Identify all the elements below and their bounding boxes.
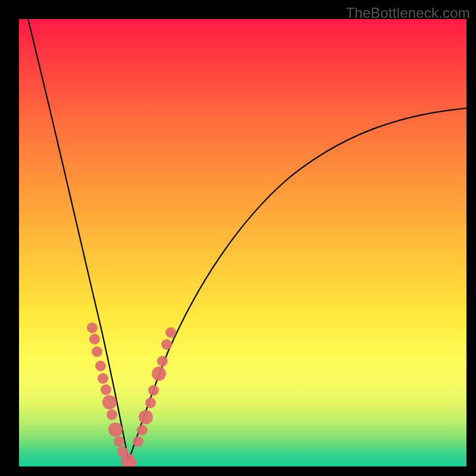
svg-point-15 — [139, 410, 153, 424]
plot-area — [19, 19, 466, 466]
svg-point-17 — [148, 385, 159, 396]
svg-point-19 — [157, 356, 168, 367]
svg-point-6 — [102, 395, 117, 409]
svg-point-0 — [87, 322, 98, 333]
svg-point-3 — [95, 361, 106, 371]
svg-point-21 — [165, 327, 176, 338]
svg-point-13 — [133, 436, 143, 447]
watermark-text: TheBottleneck.com — [346, 5, 470, 21]
svg-point-18 — [152, 367, 166, 381]
bottleneck-curve-right — [129, 108, 466, 461]
svg-point-16 — [145, 397, 156, 408]
svg-point-9 — [114, 436, 124, 447]
svg-point-7 — [107, 409, 117, 420]
svg-point-20 — [161, 339, 172, 350]
bottleneck-curve-left — [28, 19, 129, 461]
curve-markers-left — [87, 322, 137, 466]
svg-point-14 — [137, 425, 148, 436]
chart-root: TheBottleneck.com — [0, 0, 476, 476]
svg-point-8 — [108, 422, 123, 437]
svg-point-2 — [92, 346, 102, 357]
curve-layer — [19, 19, 466, 466]
svg-point-1 — [89, 334, 100, 345]
svg-point-5 — [101, 384, 111, 395]
svg-point-4 — [98, 373, 108, 384]
curve-markers-right — [133, 327, 176, 447]
